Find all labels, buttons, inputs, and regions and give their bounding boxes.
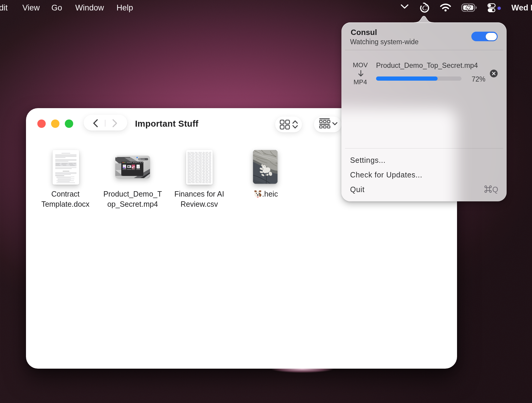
- svg-text:C: C: [422, 4, 427, 12]
